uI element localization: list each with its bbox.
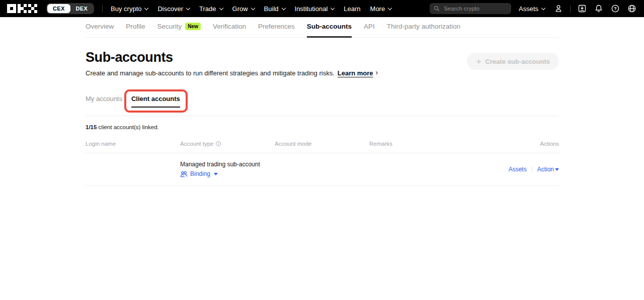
table-row: Managed trading sub-account Binding Asse… [86, 153, 559, 186]
learn-more-link[interactable]: Learn more [338, 69, 373, 77]
page-description: Create and manage sub-accounts to run di… [86, 69, 378, 77]
search-input[interactable] [443, 5, 507, 12]
chevron-down-icon [219, 6, 223, 10]
nav-more[interactable]: More [370, 5, 392, 13]
nav-discover[interactable]: Discover [157, 5, 190, 13]
create-sub-accounts-button[interactable]: + Create sub-accounts [467, 53, 559, 70]
main-content: Overview Profile Security New Verificati… [86, 17, 559, 186]
col-actions: Actions [540, 141, 559, 147]
settings-tabbar: Overview Profile Security New Verificati… [86, 17, 559, 38]
icon-divider [570, 5, 571, 13]
chevron-down-icon [186, 6, 190, 10]
okx-logo[interactable] [7, 4, 37, 13]
assets-link[interactable]: Assets [509, 166, 527, 173]
caret-down-icon [555, 168, 559, 171]
new-badge: New [185, 23, 201, 30]
chevron-down-icon [541, 6, 545, 10]
chevron-right-icon: › [376, 68, 378, 76]
tab-overview[interactable]: Overview [86, 23, 114, 37]
assets-dropdown[interactable]: Assets [519, 5, 545, 13]
cex-dex-toggle: CEX DEX [46, 3, 94, 14]
actions-divider [532, 166, 532, 172]
nav-grow[interactable]: Grow [232, 5, 255, 13]
binding-users-icon [180, 171, 188, 177]
table-header-row: Login name Account type Account mode Rem… [86, 141, 559, 153]
language-globe-icon[interactable] [627, 4, 637, 14]
caret-down-icon [214, 173, 218, 175]
col-login-name: Login name [86, 141, 180, 147]
col-account-mode: Account mode [275, 141, 369, 147]
svg-text:?: ? [614, 6, 616, 11]
action-dropdown[interactable]: Action [537, 166, 559, 173]
dex-toggle-option[interactable]: DEX [70, 4, 94, 13]
binding-link[interactable]: Binding [180, 170, 275, 177]
main-nav: Buy crypto Discover Trade Grow Build Ins… [111, 5, 391, 13]
tab-security[interactable]: Security New [157, 23, 201, 37]
download-app-icon[interactable] [577, 4, 587, 14]
tab-verification[interactable]: Verification [213, 23, 246, 37]
header-icon-group: ? [553, 4, 637, 14]
chevron-down-icon [251, 6, 255, 10]
notifications-bell-icon[interactable] [594, 4, 604, 14]
plus-icon: + [476, 57, 481, 66]
tab-profile[interactable]: Profile [126, 23, 145, 37]
top-navigation-bar: CEX DEX Buy crypto Discover Trade Grow B… [0, 0, 644, 17]
col-remarks: Remarks [369, 141, 540, 147]
tab-client-accounts[interactable]: Client accounts [131, 95, 180, 108]
chevron-down-icon [331, 6, 335, 10]
actions-cell: Assets Action [509, 166, 559, 173]
nav-buy-crypto[interactable]: Buy crypto [111, 5, 148, 13]
account-tabs: My accounts Client accounts [86, 95, 559, 108]
page-header-text: Sub-accounts Create and manage sub-accou… [86, 51, 378, 77]
tab-sub-accounts[interactable]: Sub-accounts [307, 23, 352, 37]
tab-third-party-authorization[interactable]: Third-party authorization [387, 23, 460, 37]
tab-api[interactable]: API [364, 23, 375, 37]
user-profile-icon[interactable] [553, 4, 564, 14]
tab-preferences[interactable]: Preferences [258, 23, 295, 37]
nav-build[interactable]: Build [264, 5, 285, 13]
topbar-divider [102, 5, 103, 13]
account-type-cell: Managed trading sub-account Binding [180, 161, 275, 177]
section-divider [86, 116, 559, 116]
okx-logo-icon [7, 4, 37, 13]
nav-learn[interactable]: Learn [344, 5, 360, 13]
page-title: Sub-accounts [86, 51, 378, 64]
help-icon[interactable]: ? [610, 4, 620, 14]
page-header: Sub-accounts Create and manage sub-accou… [86, 51, 559, 77]
linked-count: 1/15 [86, 124, 97, 130]
linked-accounts-summary: 1/15 client account(s) linked. [86, 124, 559, 130]
nav-trade[interactable]: Trade [199, 5, 222, 13]
search-box[interactable] [430, 3, 511, 14]
chevron-down-icon [281, 6, 285, 10]
nav-institutional[interactable]: Institutional [295, 5, 335, 13]
col-account-type: Account type [180, 141, 275, 147]
cex-toggle-option[interactable]: CEX [47, 4, 70, 13]
account-type-value: Managed trading sub-account [180, 161, 275, 168]
tab-my-accounts[interactable]: My accounts [86, 95, 122, 108]
chevron-down-icon [388, 6, 392, 10]
chevron-down-icon [144, 6, 148, 10]
search-icon [434, 5, 440, 12]
info-icon[interactable] [215, 141, 221, 147]
